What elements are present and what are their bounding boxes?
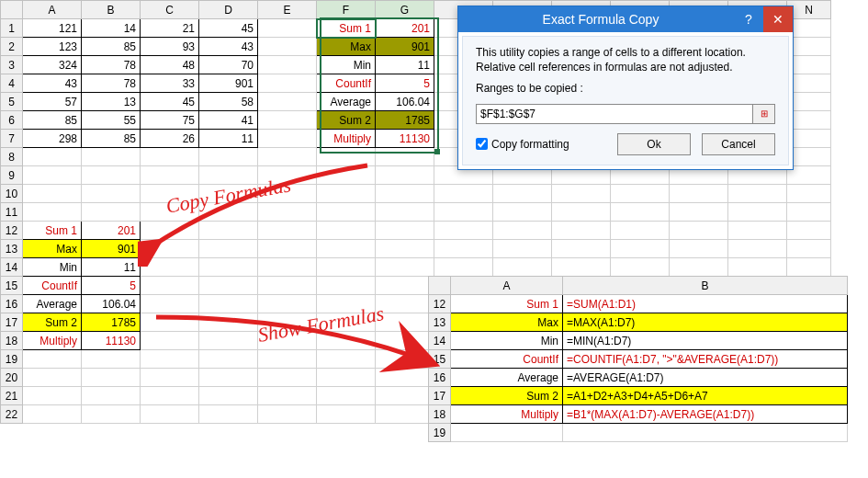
- cell[interactable]: [258, 313, 317, 332]
- cell[interactable]: [552, 185, 611, 203]
- formula-label-cell[interactable]: Multiply: [451, 405, 563, 424]
- cell[interactable]: 11: [82, 258, 141, 277]
- row-head-22[interactable]: 22: [1, 405, 23, 424]
- cell[interactable]: [611, 258, 670, 277]
- cell[interactable]: 93: [141, 38, 199, 56]
- cell[interactable]: 123: [23, 38, 82, 56]
- select-all-corner[interactable]: [1, 1, 23, 19]
- cell[interactable]: 55: [82, 111, 141, 130]
- cell[interactable]: [23, 405, 82, 424]
- cell[interactable]: [317, 387, 376, 405]
- cell[interactable]: [611, 203, 670, 222]
- cell[interactable]: 85: [82, 38, 141, 56]
- cell[interactable]: 78: [82, 74, 141, 93]
- cell[interactable]: 298: [23, 130, 82, 148]
- row-head-19[interactable]: 19: [1, 350, 23, 369]
- formula-value-cell[interactable]: [563, 424, 848, 442]
- cell[interactable]: [376, 387, 434, 405]
- formula-row-head[interactable]: 17: [429, 387, 451, 405]
- cell[interactable]: 43: [23, 74, 82, 93]
- cell[interactable]: 43: [199, 38, 258, 56]
- cell[interactable]: [199, 277, 258, 295]
- formula-row-head[interactable]: 19: [429, 424, 451, 442]
- cell[interactable]: [493, 222, 552, 240]
- row-head-16[interactable]: 16: [1, 295, 23, 313]
- cell[interactable]: 14: [82, 19, 141, 38]
- cell[interactable]: [317, 166, 376, 185]
- cell[interactable]: Sum 1: [317, 19, 376, 38]
- col-F[interactable]: F: [317, 1, 376, 19]
- cell[interactable]: [317, 258, 376, 277]
- cell[interactable]: [258, 185, 317, 203]
- cell[interactable]: [376, 277, 434, 295]
- cell[interactable]: [787, 258, 831, 277]
- cell[interactable]: [141, 332, 199, 350]
- cell[interactable]: CountIf: [317, 74, 376, 93]
- cell[interactable]: [141, 350, 199, 369]
- cell[interactable]: [728, 240, 787, 258]
- row-head-21[interactable]: 21: [1, 387, 23, 405]
- cell[interactable]: 33: [141, 74, 199, 93]
- cell[interactable]: [434, 203, 493, 222]
- cell[interactable]: [141, 387, 199, 405]
- cell[interactable]: 26: [141, 130, 199, 148]
- cell[interactable]: [434, 185, 493, 203]
- cell[interactable]: [728, 203, 787, 222]
- formula-col-B[interactable]: B: [563, 277, 848, 295]
- cell[interactable]: 85: [82, 130, 141, 148]
- cell[interactable]: [787, 203, 831, 222]
- cell[interactable]: 11130: [376, 130, 434, 148]
- cell[interactable]: Min: [23, 258, 82, 277]
- cell[interactable]: Multiply: [317, 130, 376, 148]
- cell[interactable]: [552, 258, 611, 277]
- cell[interactable]: Average: [317, 93, 376, 111]
- range-input[interactable]: [476, 104, 753, 124]
- cell[interactable]: [199, 405, 258, 424]
- cell[interactable]: [376, 222, 434, 240]
- cell[interactable]: 11130: [82, 332, 141, 350]
- cell[interactable]: [199, 332, 258, 350]
- cell[interactable]: [670, 185, 728, 203]
- cell[interactable]: [199, 258, 258, 277]
- cell[interactable]: [376, 369, 434, 387]
- cell[interactable]: [258, 203, 317, 222]
- cell[interactable]: [199, 387, 258, 405]
- cell[interactable]: Multiply: [23, 332, 82, 350]
- formula-label-cell[interactable]: Max: [451, 313, 563, 332]
- formula-value-cell[interactable]: =B1*(MAX(A1:D7)-AVERAGE(A1:D7)): [563, 405, 848, 424]
- col-E[interactable]: E: [258, 1, 317, 19]
- cell[interactable]: [258, 93, 317, 111]
- row-head-17[interactable]: 17: [1, 313, 23, 332]
- cell[interactable]: [141, 203, 199, 222]
- cell[interactable]: [199, 166, 258, 185]
- cell[interactable]: [317, 295, 376, 313]
- help-button[interactable]: ?: [734, 6, 763, 32]
- cell[interactable]: [317, 405, 376, 424]
- row-head-15[interactable]: 15: [1, 277, 23, 295]
- cell[interactable]: [82, 185, 141, 203]
- cell[interactable]: [552, 203, 611, 222]
- cell[interactable]: CountIf: [23, 277, 82, 295]
- cell[interactable]: [141, 148, 199, 166]
- formula-label-cell[interactable]: [451, 424, 563, 442]
- col-A[interactable]: A: [23, 1, 82, 19]
- cell[interactable]: [728, 185, 787, 203]
- formula-corner[interactable]: [429, 277, 451, 295]
- formula-row-head[interactable]: 18: [429, 405, 451, 424]
- range-picker-button[interactable]: ⊞: [753, 104, 775, 124]
- cell[interactable]: 324: [23, 56, 82, 74]
- cell[interactable]: [82, 350, 141, 369]
- cell[interactable]: 48: [141, 56, 199, 74]
- col-C[interactable]: C: [141, 1, 199, 19]
- formula-value-cell[interactable]: =SUM(A1:D1): [563, 295, 848, 313]
- formula-label-cell[interactable]: Min: [451, 332, 563, 350]
- cell[interactable]: [82, 405, 141, 424]
- formula-row-head[interactable]: 12: [429, 295, 451, 313]
- ok-button[interactable]: Ok: [617, 133, 691, 155]
- cell[interactable]: [670, 258, 728, 277]
- col-B[interactable]: B: [82, 1, 141, 19]
- cell[interactable]: [728, 222, 787, 240]
- formula-label-cell[interactable]: Sum 2: [451, 387, 563, 405]
- cell[interactable]: [199, 369, 258, 387]
- cell[interactable]: [258, 19, 317, 38]
